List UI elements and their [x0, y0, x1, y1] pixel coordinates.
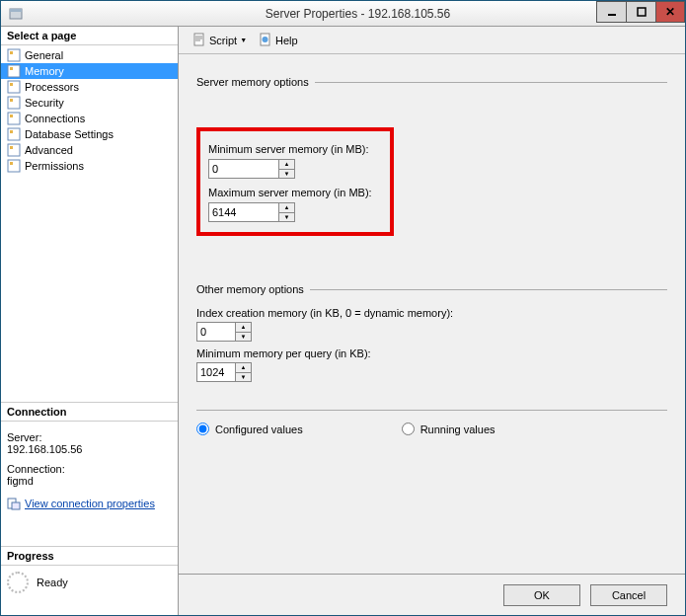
- configured-values-radio[interactable]: Configured values: [196, 423, 303, 435]
- help-button[interactable]: Help: [255, 31, 302, 50]
- svg-rect-7: [10, 67, 13, 70]
- running-values-radio-input[interactable]: [402, 423, 415, 435]
- index-memory-spinner[interactable]: ▲▼: [236, 322, 252, 342]
- server-label: Server:: [7, 431, 172, 443]
- page-item-database-settings[interactable]: Database Settings: [1, 126, 178, 142]
- max-memory-spinner[interactable]: ▲▼: [279, 202, 295, 222]
- page-item-permissions[interactable]: Permissions: [1, 158, 178, 174]
- page-icon: [7, 80, 21, 94]
- minimize-button[interactable]: [596, 1, 626, 23]
- connection-header: Connection: [1, 402, 178, 422]
- running-values-radio[interactable]: Running values: [402, 423, 495, 435]
- min-memory-spinner[interactable]: ▲▼: [279, 159, 295, 179]
- right-panel: Script ▼ Help Server memory options Mini…: [179, 27, 685, 615]
- script-button[interactable]: Script ▼: [189, 31, 251, 50]
- separator: [196, 410, 667, 411]
- page-item-advanced[interactable]: Advanced: [1, 142, 178, 158]
- page-label: Database Settings: [25, 128, 114, 140]
- script-icon: [192, 33, 206, 48]
- max-memory-input[interactable]: [208, 202, 279, 222]
- left-panel: Select a page General Memory Processors …: [1, 27, 179, 615]
- page-icon: [7, 127, 21, 141]
- progress-section: Ready: [1, 566, 178, 599]
- svg-rect-6: [8, 65, 20, 77]
- group-label: Server memory options: [196, 76, 315, 88]
- svg-rect-11: [10, 99, 13, 102]
- page-label: Memory: [25, 65, 64, 77]
- svg-rect-13: [10, 115, 13, 117]
- page-label: Processors: [25, 81, 79, 93]
- progress-icon: [7, 572, 29, 593]
- svg-rect-3: [638, 8, 646, 16]
- help-icon: [259, 33, 272, 48]
- svg-rect-18: [8, 160, 20, 172]
- page-icon: [7, 96, 21, 110]
- connection-value: figmd: [7, 475, 172, 487]
- titlebar: Server Properties - 192.168.105.56 ✕: [1, 1, 685, 27]
- svg-rect-4: [8, 49, 20, 61]
- window-controls: ✕: [596, 1, 685, 23]
- min-query-memory-input[interactable]: [196, 362, 236, 382]
- toolbar: Script ▼ Help: [179, 27, 685, 54]
- svg-rect-1: [10, 9, 22, 12]
- cancel-button[interactable]: Cancel: [590, 584, 667, 606]
- svg-rect-9: [10, 83, 13, 86]
- svg-rect-5: [10, 51, 13, 54]
- page-list: General Memory Processors Security Conne…: [1, 45, 178, 176]
- page-item-connections[interactable]: Connections: [1, 111, 178, 126]
- connection-section: Server: 192.168.105.56 Connection: figmd…: [1, 422, 178, 516]
- configured-values-label: Configured values: [215, 424, 303, 435]
- server-value: 192.168.105.56: [7, 443, 172, 455]
- svg-rect-10: [8, 97, 20, 109]
- footer: OK Cancel: [179, 574, 685, 615]
- page-icon: [7, 112, 21, 125]
- max-memory-label: Maximum server memory (in MB):: [208, 187, 382, 198]
- progress-status: Ready: [37, 577, 68, 588]
- progress-header: Progress: [1, 546, 178, 566]
- page-icon: [7, 143, 21, 157]
- min-query-memory-spinner[interactable]: ▲▼: [236, 362, 252, 382]
- running-values-label: Running values: [420, 424, 495, 435]
- ok-button[interactable]: OK: [503, 584, 580, 606]
- maximize-button[interactable]: [626, 1, 655, 23]
- chevron-down-icon: ▼: [240, 37, 247, 43]
- properties-icon: [7, 497, 21, 510]
- svg-rect-8: [8, 81, 20, 93]
- group-label: Other memory options: [196, 283, 310, 295]
- app-icon: [1, 6, 31, 22]
- svg-rect-15: [10, 130, 13, 133]
- page-item-security[interactable]: Security: [1, 95, 178, 111]
- connection-label: Connection:: [7, 463, 172, 475]
- min-query-memory-label: Minimum memory per query (in KB):: [196, 347, 667, 359]
- configured-values-radio-input[interactable]: [196, 423, 209, 435]
- other-memory-options-group: Other memory options: [196, 283, 667, 295]
- page-icon: [7, 48, 21, 62]
- dialog-body: Select a page General Memory Processors …: [1, 27, 685, 615]
- view-connection-properties-link[interactable]: View connection properties: [25, 498, 155, 509]
- min-memory-input[interactable]: [208, 159, 279, 179]
- highlight-box: Minimum server memory (in MB): ▲▼ Maximu…: [196, 127, 394, 236]
- min-memory-label: Minimum server memory (in MB):: [208, 143, 382, 155]
- page-label: General: [25, 49, 63, 61]
- svg-rect-17: [10, 146, 13, 149]
- page-item-memory[interactable]: Memory: [1, 63, 178, 79]
- svg-rect-22: [194, 34, 203, 45]
- svg-rect-21: [12, 502, 20, 509]
- svg-rect-14: [8, 128, 20, 140]
- page-icon: [7, 64, 21, 78]
- page-label: Connections: [25, 113, 85, 124]
- page-icon: [7, 159, 21, 173]
- help-label: Help: [275, 35, 298, 46]
- script-label: Script: [209, 35, 237, 46]
- server-memory-options-group: Server memory options: [196, 76, 667, 88]
- content-area: Server memory options Minimum server mem…: [179, 54, 685, 574]
- page-item-general[interactable]: General: [1, 47, 178, 63]
- values-radio-group: Configured values Running values: [196, 423, 667, 435]
- svg-rect-19: [10, 162, 13, 165]
- close-button[interactable]: ✕: [655, 1, 685, 23]
- svg-rect-12: [8, 113, 20, 124]
- index-memory-input[interactable]: [196, 322, 236, 342]
- page-label: Permissions: [25, 160, 84, 172]
- svg-rect-16: [8, 144, 20, 156]
- page-item-processors[interactable]: Processors: [1, 79, 178, 95]
